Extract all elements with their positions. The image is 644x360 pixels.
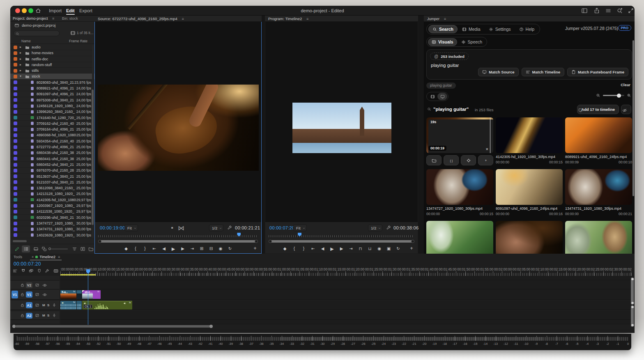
clip-row[interactable]: 8028083-uhd_3840_2123,976 fps [10, 80, 94, 85]
button-editor-icon[interactable]: + [252, 245, 258, 252]
result-thumbnail[interactable] [496, 221, 563, 254]
clip-row[interactable]: 6722772-uhd_4096_2125,00 fps [10, 144, 94, 150]
clear-button[interactable]: Clear [621, 83, 630, 87]
audio-tracks-scrollbar[interactable] [631, 305, 634, 327]
clip-row[interactable]: 6860452-uhd_3840_2125,00 fps [10, 162, 94, 167]
audio-clip[interactable]: fx Ch. 1 [82, 301, 132, 310]
clip-row[interactable]: 13996260_3840_2160_24,00 fps [10, 109, 94, 115]
sync-lock-icon[interactable] [35, 313, 39, 318]
project-root-item[interactable]: demo-project.prproj [10, 22, 94, 28]
result-thumbnail[interactable] [426, 221, 493, 254]
sync-lock-icon[interactable] [35, 292, 39, 297]
bin-row[interactable]: ▸random-stuff [10, 62, 94, 68]
safe-margins-icon[interactable]: ▪ [170, 225, 175, 230]
menu-edit[interactable]: Edit [64, 6, 77, 16]
solo-button[interactable]: S [47, 303, 49, 307]
close-icon[interactable]: × [32, 255, 34, 259]
track-v1[interactable]: fl-a...fx stoc...fx [60, 290, 631, 300]
filter-media-icon[interactable] [70, 30, 76, 36]
label-color-chip[interactable] [14, 169, 17, 172]
workspaces-icon[interactable] [605, 7, 612, 14]
clip-row[interactable]: 9121037-uhd_3840_2125,00 fps [10, 179, 94, 185]
lift-icon[interactable]: ⊓ [358, 245, 363, 252]
go-to-in-icon[interactable]: ⇤ [311, 245, 316, 252]
play-icon[interactable]: ▶ [171, 245, 176, 252]
bin-row[interactable]: ▸audio [10, 44, 94, 50]
work-area-bar[interactable] [60, 274, 96, 275]
bin-row[interactable]: ▾stock [10, 73, 94, 79]
panel-layout-icon[interactable] [581, 7, 588, 14]
audio-clip[interactable]: fx [60, 301, 76, 310]
multicam-icon[interactable]: ▣ [386, 245, 391, 252]
automate-sequence-icon[interactable] [80, 246, 85, 252]
label-color-chip[interactable] [14, 51, 17, 55]
wrench-icon[interactable] [386, 225, 391, 230]
eye-icon[interactable] [42, 283, 47, 288]
jumper-tab-media[interactable]: Media [458, 25, 484, 33]
project-search-input[interactable] [14, 30, 60, 36]
video-clip[interactable]: stoc...fx [82, 290, 101, 299]
label-color-chip[interactable] [14, 180, 17, 184]
plus-button[interactable]: + [478, 155, 493, 165]
mark-in-icon[interactable]: { [292, 245, 297, 252]
clip-row[interactable]: 12456128_1920_1080_24,00 fps [10, 103, 94, 109]
program-zoom-select[interactable]: Fit [293, 225, 307, 231]
clip-row[interactable]: 5934354-uhd_2160_4025,00 fps [10, 138, 94, 144]
braces-button[interactable]: { } [444, 155, 459, 165]
share-icon[interactable] [593, 7, 600, 14]
jumper-scrollbar[interactable] [632, 40, 634, 196]
clip-row[interactable]: 4142305-hd_1920_108029,97 fps [10, 197, 94, 203]
lock-icon[interactable] [20, 292, 25, 297]
clip-row[interactable]: 13474731_1920_1080_30,00 fps [10, 226, 94, 232]
label-color-chip[interactable] [14, 110, 17, 114]
result-thumbnail[interactable] [426, 169, 493, 205]
solo-button[interactable]: S [47, 314, 49, 317]
clip-row[interactable]: 8091097-uhd_4096_2124,00 fps [10, 91, 94, 97]
sync-lock-icon[interactable] [35, 303, 39, 307]
result-card[interactable]: 8028083-uhd_3840_2160_24fps.mp4 [426, 221, 493, 254]
result-thumbnail[interactable] [565, 169, 632, 205]
snap-magnet-icon[interactable] [21, 268, 26, 273]
panel-menu-icon[interactable]: ≡ [444, 17, 446, 21]
fullscreen-icon[interactable] [628, 7, 634, 14]
label-color-chip[interactable] [14, 157, 17, 161]
label-color-chip[interactable] [14, 145, 17, 149]
clip-row[interactable]: 6976370-uhd_2160_2825,00 fps [10, 167, 94, 173]
extract-icon[interactable]: ⊔ [368, 245, 373, 252]
panel-menu-icon[interactable]: ≡ [306, 17, 308, 21]
column-name[interactable]: Name [21, 39, 31, 43]
mark-out-icon[interactable]: } [301, 245, 306, 252]
disclosure-arrow[interactable]: ▸ [20, 50, 21, 56]
clip-row[interactable]: 14023639_1080_1920_30,00 fps [10, 232, 94, 238]
go-to-out-icon[interactable]: ⇥ [349, 245, 354, 252]
label-color-chip[interactable] [14, 69, 17, 73]
audio-clip[interactable] [77, 301, 82, 310]
panel-menu-icon[interactable]: ≡ [52, 16, 54, 21]
tab-timeline2[interactable]: ×Timeline2≡ [30, 254, 62, 260]
lock-icon[interactable] [20, 303, 25, 307]
video-tracks-scrollbar[interactable] [631, 277, 634, 305]
new-bin-icon[interactable] [88, 246, 94, 252]
disclosure-arrow[interactable]: ▸ [20, 62, 21, 68]
project-list-scrollbar[interactable] [92, 44, 94, 238]
bin-row[interactable]: ▸stills [10, 68, 94, 73]
track-a2[interactable] [60, 311, 631, 320]
program-mini-ruler[interactable] [269, 234, 414, 237]
disclosure-arrow[interactable]: ▾ [20, 73, 21, 79]
clip-row[interactable]: 13612098_3840_2160_25,00 fps [10, 185, 94, 191]
add-marker-icon[interactable]: ◆ [124, 245, 129, 252]
overwrite-icon[interactable]: ⊟ [209, 245, 214, 252]
mute-button[interactable]: M [42, 314, 45, 317]
step-back-icon[interactable]: ◀ [161, 245, 166, 252]
panel-menu-icon[interactable]: ≡ [182, 17, 184, 21]
program-scrollbar[interactable] [269, 240, 414, 243]
source-monitor-title[interactable]: Source: 6722772-uhd_4096_2160_25fps.mp4 [98, 16, 177, 21]
track-a1[interactable]: fx fx Ch. 1 [60, 300, 631, 310]
label-color-chip[interactable] [14, 204, 17, 208]
lock-icon[interactable] [20, 283, 25, 287]
icon-view-icon[interactable] [33, 246, 39, 252]
tab-tools[interactable]: Tools [14, 254, 22, 260]
eye-icon[interactable] [42, 292, 47, 297]
label-color-chip[interactable] [14, 216, 17, 219]
mode-tab-speech[interactable]: Speech [458, 38, 486, 46]
